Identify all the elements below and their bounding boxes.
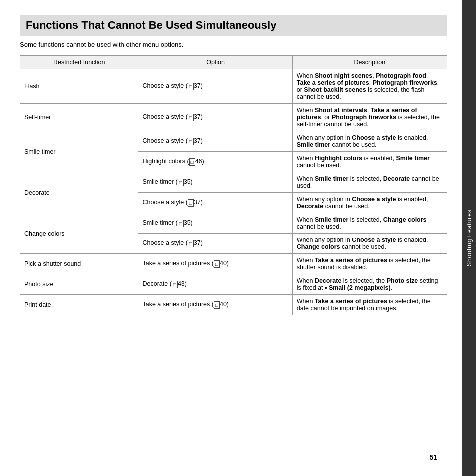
table-header-row: Restricted function Option Description xyxy=(20,56,447,69)
main-content: Functions That Cannot Be Used Simultaneo… xyxy=(0,0,462,476)
cell-description: When Take a series of pictures is select… xyxy=(292,254,447,274)
cell-description: When Decorate is selected, the Photo siz… xyxy=(292,274,447,295)
cell-restricted: Print date xyxy=(20,295,138,315)
table-row: Change colorsSmile timer (□35)When Smile… xyxy=(20,213,447,234)
cell-description: When Smile timer is selected, Change col… xyxy=(292,213,447,234)
page-number: 51 xyxy=(429,453,437,461)
cell-option: Smile timer (□35) xyxy=(138,172,292,193)
cell-description: When Shoot at intervals, Take a series o… xyxy=(292,104,447,131)
subtitle: Some functions cannot be used with other… xyxy=(20,41,447,48)
cell-description: When any option in Choose a style is ena… xyxy=(292,193,447,213)
table-row: Print dateTake a series of pictures (□40… xyxy=(20,295,447,315)
cell-option: Choose a style (□37) xyxy=(138,193,292,213)
cell-description: When Shoot night scenes, Photograph food… xyxy=(292,69,447,104)
table-row: Photo sizeDecorate (□43)When Decorate is… xyxy=(20,274,447,295)
cell-restricted: Pick a shutter sound xyxy=(20,254,138,274)
cell-restricted: Decorate xyxy=(20,172,138,213)
table-row: DecorateSmile timer (□35)When Smile time… xyxy=(20,172,447,193)
cell-description: When any option in Choose a style is ena… xyxy=(292,234,447,254)
col-header-description: Description xyxy=(292,56,447,69)
col-header-restricted: Restricted function xyxy=(20,56,138,69)
cell-restricted: Self-timer xyxy=(20,104,138,131)
page: Functions That Cannot Be Used Simultaneo… xyxy=(0,0,476,476)
side-tab: Shooting Features xyxy=(462,0,476,476)
side-tab-label: Shooting Features xyxy=(466,209,473,266)
table-row: FlashChoose a style (□37)When Shoot nigh… xyxy=(20,69,447,104)
cell-option: Highlight colors (□46) xyxy=(138,152,292,172)
cell-description: When any option in Choose a style is ena… xyxy=(292,131,447,152)
functions-table: Restricted function Option Description F… xyxy=(20,55,447,315)
cell-option: Choose a style (□37) xyxy=(138,69,292,104)
table-row: Pick a shutter soundTake a series of pic… xyxy=(20,254,447,274)
cell-restricted: Flash xyxy=(20,69,138,104)
cell-option: Choose a style (□37) xyxy=(138,104,292,131)
table-row: Smile timerChoose a style (□37)When any … xyxy=(20,131,447,152)
cell-option: Take a series of pictures (□40) xyxy=(138,254,292,274)
cell-option: Choose a style (□37) xyxy=(138,131,292,152)
cell-restricted: Photo size xyxy=(20,274,138,295)
cell-option: Smile timer (□35) xyxy=(138,213,292,234)
cell-option: Decorate (□43) xyxy=(138,274,292,295)
cell-restricted: Smile timer xyxy=(20,131,138,172)
cell-restricted: Change colors xyxy=(20,213,138,254)
cell-option: Choose a style (□37) xyxy=(138,234,292,254)
page-title: Functions That Cannot Be Used Simultaneo… xyxy=(20,15,447,36)
cell-description: When Take a series of pictures is select… xyxy=(292,295,447,315)
cell-option: Take a series of pictures (□40) xyxy=(138,295,292,315)
col-header-option: Option xyxy=(138,56,292,69)
cell-description: When Highlight colors is enabled, Smile … xyxy=(292,152,447,172)
cell-description: When Smile timer is selected, Decorate c… xyxy=(292,172,447,193)
table-row: Self-timerChoose a style (□37)When Shoot… xyxy=(20,104,447,131)
